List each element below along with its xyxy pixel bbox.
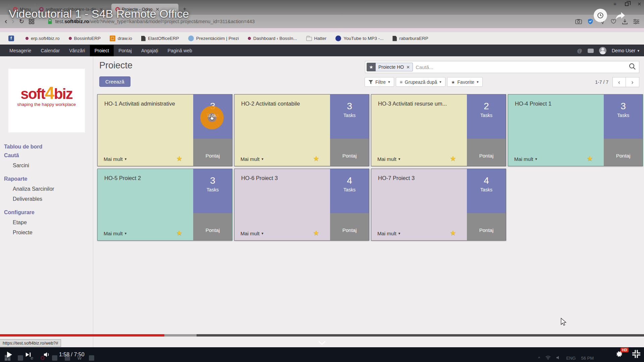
- back-icon[interactable]: ‹: [5, 18, 7, 25]
- system-tray: ^ ENG 56 PM: [538, 356, 594, 361]
- card-pontaj-button[interactable]: Pontaj: [330, 213, 369, 240]
- card-more-button[interactable]: Mai mult: [377, 231, 400, 236]
- group-by-icon: ≡: [400, 79, 402, 85]
- favorite-star-icon[interactable]: [450, 229, 456, 237]
- bookmarks-bar: erp.soft4biz.ro BossinfoERP draw.io Elas…: [0, 32, 644, 45]
- card-tasks-button[interactable]: 2 Tasks: [467, 95, 506, 139]
- facet-remove-icon[interactable]: ✕: [406, 65, 410, 70]
- sidebar-item[interactable]: Sarcini: [4, 161, 93, 170]
- nav-menu-item[interactable]: Angajați: [137, 45, 163, 56]
- sidebar-item[interactable]: Deliverables: [4, 195, 93, 203]
- next-button[interactable]: [19, 347, 38, 362]
- nav-menu-item[interactable]: Pagină web: [163, 45, 197, 56]
- sidebar-item[interactable]: Tablou de bord: [4, 142, 93, 151]
- settings-sliders-icon[interactable]: [633, 19, 639, 24]
- card-pontaj-button[interactable]: Pontaj: [193, 139, 232, 166]
- card-tasks-button[interactable]: 4 Tasks: [467, 169, 506, 213]
- nav-menu-item[interactable]: Calendar: [36, 45, 64, 56]
- video-control-bar: e w ^ ENG 56 PM: [0, 347, 644, 362]
- shield-vpn-icon[interactable]: [588, 18, 593, 24]
- bookmark-item[interactable]: BossinfoERP: [66, 36, 104, 41]
- card-pontaj-button[interactable]: Pontaj: [193, 213, 232, 240]
- bookmark-item[interactable]: Prezentációim | Prezi: [185, 36, 242, 41]
- sidebar-item[interactable]: Etape: [4, 218, 93, 227]
- video-progress-bar[interactable]: [0, 334, 644, 337]
- project-card[interactable]: HO-1 Activitati administrative Mai mult …: [97, 94, 232, 166]
- favorite-star-icon[interactable]: [313, 155, 319, 163]
- card-more-button[interactable]: Mai mult: [240, 156, 263, 162]
- favorites-button[interactable]: Favorite: [447, 77, 483, 87]
- card-tasks-button[interactable]: 3 Tasks: [193, 95, 232, 139]
- collapse-chevron-icon[interactable]: [318, 341, 326, 345]
- screenshot-camera-icon[interactable]: [575, 19, 582, 24]
- search-icon[interactable]: [628, 62, 636, 72]
- project-card[interactable]: HO-3 Activitati resurse um... Mai mult 2…: [371, 94, 506, 166]
- nav-menu-item[interactable]: Mesagerie: [5, 45, 36, 56]
- close-window-icon[interactable]: ✕: [637, 1, 641, 7]
- bookmark-item[interactable]: [5, 36, 19, 41]
- favorite-star-icon[interactable]: [176, 229, 182, 237]
- pager-next-button[interactable]: ›: [626, 77, 639, 87]
- tasks-count: 4: [467, 176, 506, 186]
- project-card[interactable]: HO-5 Proiect 2 Mai mult 3 Tasks Pontaj: [97, 169, 232, 241]
- sidebar-item[interactable]: Configurare: [4, 208, 93, 217]
- pager-prev-button[interactable]: ‹: [612, 77, 626, 87]
- search-box[interactable]: ★ Proiecte HO ✕ Caută...: [365, 61, 639, 73]
- bookmark-item[interactable]: Hatter: [303, 36, 330, 41]
- bookmark-item[interactable]: ElastOfficeERP: [138, 36, 182, 41]
- card-tasks-button[interactable]: 4 Tasks: [330, 169, 369, 213]
- favorite-star-icon[interactable]: [450, 155, 456, 163]
- card-more-button[interactable]: Mai mult: [240, 231, 263, 236]
- nav-menu-item[interactable]: Vânzări: [64, 45, 90, 56]
- sidebar-item[interactable]: Rapoarte: [4, 175, 93, 183]
- play-button[interactable]: [0, 347, 19, 362]
- filters-button[interactable]: Filtre: [365, 77, 394, 87]
- favorite-star-icon[interactable]: [176, 155, 182, 163]
- project-card[interactable]: HO-7 Proiect 3 Mai mult 4 Tasks Pontaj: [371, 169, 506, 241]
- sidebar-item-label: Tablou de bord: [4, 144, 42, 149]
- bookmark-item[interactable]: erp.soft4biz.ro: [22, 36, 63, 41]
- email-at-icon[interactable]: @: [577, 48, 582, 54]
- favorite-star-icon[interactable]: [587, 155, 593, 163]
- project-card[interactable]: HO-2 Activitati contabile Mai mult 3 Tas…: [234, 94, 369, 166]
- browser-menu-icon[interactable]: ≡: [613, 1, 616, 7]
- tasks-count: 2: [467, 101, 506, 111]
- card-more-button[interactable]: Mai mult: [377, 156, 400, 162]
- card-tasks-button[interactable]: 3 Tasks: [193, 169, 232, 213]
- card-more-button[interactable]: Mai mult: [104, 231, 126, 236]
- user-menu[interactable]: Demo User: [612, 48, 639, 53]
- watch-later-icon[interactable]: [594, 9, 607, 22]
- volume-icon[interactable]: [38, 347, 56, 362]
- card-more-button[interactable]: Mai mult: [104, 156, 126, 162]
- bookmark-item[interactable]: rabarburaERP: [389, 36, 431, 41]
- nav-menu-item[interactable]: Pontaj: [114, 45, 137, 56]
- fullscreen-exit-icon[interactable]: [632, 350, 641, 360]
- sidebar-item[interactable]: Caută: [4, 151, 93, 160]
- page-top-strip: [0, 28, 644, 32]
- speaker-tray-icon: [556, 356, 561, 361]
- bookmark-item[interactable]: draw.io: [107, 36, 135, 41]
- sidebar-item[interactable]: Proiecte: [4, 228, 93, 237]
- card-tasks-button[interactable]: 3 Tasks: [330, 95, 369, 139]
- star-icon: [451, 79, 455, 85]
- card-more-button[interactable]: Mai mult: [514, 156, 537, 162]
- project-card[interactable]: HO-4 Proiect 1 Mai mult 3 Tasks Pontaj: [508, 94, 643, 166]
- share-icon[interactable]: [614, 11, 626, 20]
- chat-icon[interactable]: [588, 49, 594, 53]
- bookmark-item[interactable]: YouTube to MP3 -...: [332, 36, 386, 41]
- card-pontaj-button[interactable]: Pontaj: [467, 213, 506, 240]
- settings-gear-icon[interactable]: HD: [615, 350, 623, 359]
- card-pontaj-button[interactable]: Pontaj: [330, 139, 369, 166]
- favorite-star-icon[interactable]: [313, 229, 319, 237]
- search-input[interactable]: Caută...: [416, 64, 433, 70]
- project-card[interactable]: HO-6 Proiect 3 Mai mult 4 Tasks Pontaj: [234, 169, 369, 241]
- create-button[interactable]: Creează: [99, 76, 130, 87]
- card-tasks-button[interactable]: 3 Tasks: [604, 95, 643, 139]
- bookmark-item[interactable]: Dashboard ‹ BossIn...: [245, 36, 300, 41]
- sidebar-item[interactable]: Analiza Sarcinilor: [4, 185, 93, 193]
- card-pontaj-button[interactable]: Pontaj: [604, 139, 643, 166]
- card-pontaj-button[interactable]: Pontaj: [467, 139, 506, 166]
- nav-menu-item[interactable]: Proiect: [90, 45, 114, 56]
- group-by-button[interactable]: ≡ Grupează după: [396, 77, 445, 87]
- restore-window-icon[interactable]: [625, 2, 629, 6]
